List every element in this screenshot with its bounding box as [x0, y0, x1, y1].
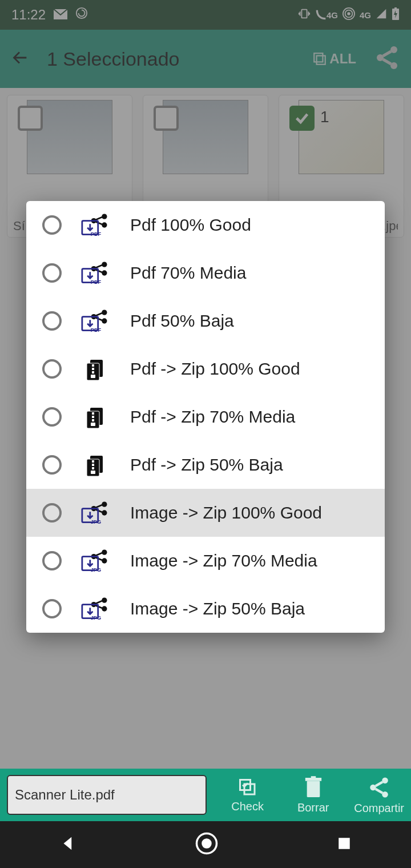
svg-rect-42 — [92, 460, 94, 463]
check-all-button[interactable]: Check — [223, 777, 272, 813]
pdf-share-icon: PDF — [81, 260, 111, 286]
pdf-share-icon: PDF — [81, 308, 111, 333]
svg-rect-30 — [92, 364, 94, 367]
radio-button[interactable] — [42, 215, 62, 235]
svg-rect-31 — [92, 368, 94, 370]
svg-text:JPG: JPG — [91, 567, 102, 573]
svg-point-15 — [102, 222, 107, 227]
svg-point-20 — [102, 270, 107, 275]
svg-rect-37 — [92, 416, 94, 418]
svg-point-70 — [202, 838, 212, 849]
svg-point-67 — [370, 784, 376, 790]
svg-point-25 — [102, 318, 107, 323]
svg-text:JPG: JPG — [91, 615, 102, 621]
svg-rect-45 — [91, 471, 95, 474]
svg-point-18 — [102, 262, 107, 267]
share-option-label: Image -> Zip 100% Good — [130, 503, 322, 523]
svg-text:JPG: JPG — [91, 519, 102, 525]
system-nav-bar — [0, 821, 411, 868]
svg-point-23 — [102, 310, 107, 315]
share-option[interactable]: Pdf -> Zip 70% Media — [26, 393, 385, 441]
share-option-label: Pdf -> Zip 100% Good — [130, 359, 300, 379]
svg-point-51 — [102, 550, 107, 555]
svg-rect-36 — [92, 412, 94, 415]
svg-rect-44 — [92, 467, 94, 469]
svg-point-66 — [382, 777, 388, 783]
svg-point-48 — [102, 510, 107, 515]
share-bottom-button[interactable]: Compartir — [354, 775, 404, 815]
svg-rect-43 — [92, 464, 94, 466]
share-option[interactable]: JPGImage -> Zip 100% Good — [26, 489, 385, 537]
share-option-label: Pdf -> Zip 50% Baja — [130, 455, 283, 475]
svg-point-58 — [102, 606, 107, 611]
svg-rect-33 — [91, 375, 95, 378]
share-option[interactable]: JPGImage -> Zip 50% Baja — [26, 585, 385, 633]
share-option-label: Pdf 100% Good — [130, 215, 251, 235]
share-option[interactable]: JPGImage -> Zip 70% Media — [26, 537, 385, 585]
share-option-label: Pdf 50% Baja — [130, 311, 234, 331]
share-option-label: Image -> Zip 70% Media — [130, 551, 317, 570]
share-option[interactable]: PDFPdf 100% Good — [26, 201, 385, 249]
share-label: Compartir — [354, 802, 404, 815]
share-option[interactable]: Pdf -> Zip 50% Baja — [26, 441, 385, 489]
share-options-dialog: PDFPdf 100% GoodPDFPdf 70% MediaPDFPdf 5… — [26, 201, 385, 633]
radio-button[interactable] — [42, 407, 62, 427]
svg-rect-32 — [92, 371, 94, 373]
radio-button[interactable] — [42, 551, 62, 570]
svg-rect-63 — [307, 781, 320, 797]
share-option[interactable]: PDFPdf 50% Baja — [26, 297, 385, 345]
svg-text:PDF: PDF — [91, 279, 102, 285]
check-label: Check — [231, 800, 264, 813]
jpg-share-icon: JPG — [81, 596, 111, 621]
svg-point-53 — [102, 558, 107, 563]
svg-point-13 — [102, 214, 107, 219]
radio-button[interactable] — [42, 263, 62, 283]
output-filename-field[interactable]: Scanner Lite.pdf — [7, 775, 207, 815]
nav-back-button[interactable] — [59, 835, 76, 854]
delete-button[interactable]: Borrar — [288, 776, 338, 814]
nav-home-button[interactable] — [195, 831, 219, 858]
svg-text:PDF: PDF — [91, 231, 102, 237]
output-filename-value: Scanner Lite.pdf — [15, 787, 115, 803]
radio-button[interactable] — [42, 503, 62, 523]
share-option-label: Pdf 70% Media — [130, 263, 246, 283]
zip-icon — [81, 356, 111, 381]
bottom-toolbar: Scanner Lite.pdf Check Borrar Compartir — [0, 769, 411, 821]
pdf-share-icon: PDF — [81, 212, 111, 238]
svg-point-68 — [382, 791, 388, 798]
radio-button[interactable] — [42, 455, 62, 475]
svg-point-56 — [102, 598, 107, 603]
svg-rect-38 — [92, 419, 94, 421]
zip-icon — [81, 404, 111, 429]
nav-recent-button[interactable] — [337, 836, 352, 853]
zip-icon — [81, 452, 111, 477]
svg-rect-65 — [311, 776, 316, 778]
radio-button[interactable] — [42, 311, 62, 331]
svg-text:PDF: PDF — [91, 327, 102, 333]
jpg-share-icon: JPG — [81, 500, 111, 525]
share-option[interactable]: Pdf -> Zip 100% Good — [26, 345, 385, 393]
radio-button[interactable] — [42, 599, 62, 618]
share-option-label: Pdf -> Zip 70% Media — [130, 407, 295, 427]
share-option-label: Image -> Zip 50% Baja — [130, 599, 305, 618]
svg-point-46 — [102, 502, 107, 507]
jpg-share-icon: JPG — [81, 548, 111, 573]
radio-button[interactable] — [42, 359, 62, 379]
svg-rect-71 — [339, 838, 350, 849]
share-option[interactable]: PDFPdf 70% Media — [26, 249, 385, 297]
delete-label: Borrar — [297, 801, 329, 814]
svg-rect-39 — [91, 423, 95, 426]
